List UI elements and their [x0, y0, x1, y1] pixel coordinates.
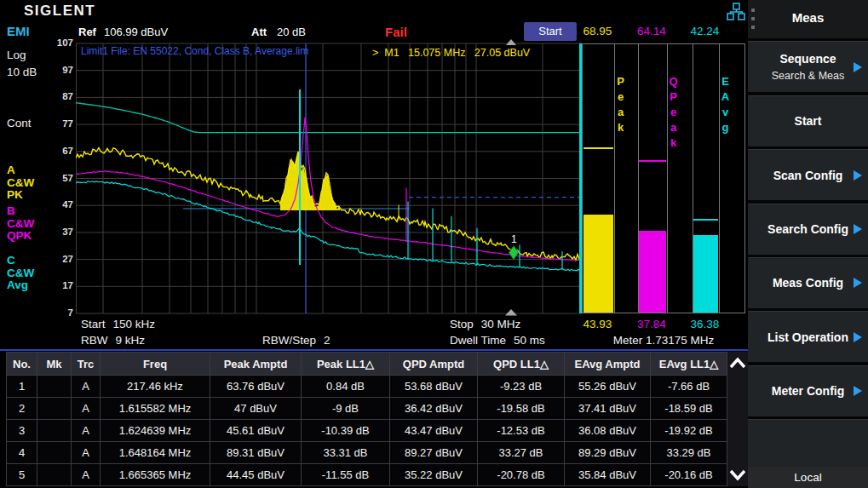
- trace-C-legend[interactable]: CC&WAvg: [7, 255, 34, 292]
- meter-frequency[interactable]: Meter 1.73175 MHz: [582, 334, 745, 347]
- table-cell: 36.08 dBuV: [565, 420, 651, 442]
- table-cell: 0.84 dB: [302, 376, 390, 398]
- table-cell: -7.66 dB: [651, 376, 727, 398]
- column-header[interactable]: Freq: [101, 353, 210, 376]
- att-value[interactable]: 20 dB: [277, 26, 306, 38]
- table-cell: -11.55 dB: [302, 464, 390, 486]
- table-cell: A: [72, 398, 101, 420]
- table-cell: 37.41 dBuV: [565, 398, 651, 420]
- menu-item-start[interactable]: Start: [748, 95, 868, 146]
- column-header[interactable]: Mk: [37, 353, 72, 376]
- meter-bar-peak: [583, 215, 613, 313]
- column-header[interactable]: Trc: [72, 353, 101, 376]
- table-cell: 53.68 dBuV: [390, 376, 478, 398]
- local-button[interactable]: Local: [748, 467, 868, 488]
- table-cell: 44.45 dBuV: [210, 464, 302, 486]
- table-cell: A: [72, 442, 101, 464]
- rbw[interactable]: RBW9 kHz: [81, 334, 145, 347]
- table-cell: 2: [7, 398, 37, 420]
- meter-max-qpeak: 64.14: [624, 25, 679, 37]
- y-tick: 67: [44, 146, 73, 156]
- dwell-time[interactable]: Dwell Time50 ms: [450, 334, 545, 347]
- table-cell: 89.31 dBuV: [210, 442, 302, 464]
- submenu-arrow-icon: [854, 224, 862, 234]
- column-header[interactable]: No.: [7, 353, 37, 376]
- scroll-down-button[interactable]: [728, 468, 747, 482]
- menu-item-empty[interactable]: [748, 419, 868, 470]
- ref-label: Ref: [78, 26, 96, 38]
- y-tick: 17: [44, 280, 73, 290]
- submenu-arrow-icon: [854, 62, 862, 72]
- meter-label-eavg: EAvg: [719, 75, 745, 136]
- table-cell: 1: [7, 376, 37, 398]
- softkey-menu: Meas Sequence Search & Meas Start Scan C…: [748, 0, 868, 488]
- stop-freq[interactable]: Stop30 MHz: [450, 318, 520, 330]
- column-header[interactable]: QPD Amptd: [390, 353, 478, 376]
- table-cell: A: [72, 420, 101, 442]
- ref-value[interactable]: 106.99 dBuV: [104, 26, 168, 38]
- svg-text:1: 1: [511, 233, 517, 245]
- lan-network-icon[interactable]: [727, 3, 745, 21]
- meter-hold-eavg: [693, 219, 718, 221]
- start-freq[interactable]: Start150 kHz: [81, 318, 155, 330]
- meter-max-peak: 68.95: [571, 25, 625, 37]
- table-cell: -9.23 dB: [478, 376, 565, 398]
- y-tick: 27: [44, 254, 73, 264]
- menu-item-sequence[interactable]: Sequence Search & Meas: [748, 41, 868, 92]
- table-cell: -19.92 dB: [651, 420, 727, 442]
- column-header[interactable]: EAvg Amptd: [565, 353, 651, 376]
- status-badge: Fail: [375, 25, 417, 39]
- table-cell: -12.53 dB: [478, 420, 565, 442]
- column-header[interactable]: EAvg LL1△: [651, 353, 727, 376]
- menu-item-list-operation[interactable]: List Operation: [748, 311, 868, 362]
- trace-B-legend[interactable]: BC&WQPK: [7, 205, 34, 243]
- table-cell: 35.84 dBuV: [565, 464, 651, 486]
- column-header[interactable]: QPD LL1△: [478, 353, 565, 376]
- table-cell: 55.26 dBuV: [565, 376, 651, 398]
- table-cell: 4: [7, 442, 37, 464]
- menu-item-meter-config[interactable]: Meter Config: [748, 365, 868, 416]
- scale-div-label[interactable]: 10 dB: [7, 66, 37, 78]
- table-cell: 33.29 dB: [651, 442, 727, 464]
- menu-item-scan-config[interactable]: Scan Config: [748, 149, 868, 200]
- meter-label-peak: Peak: [614, 75, 638, 136]
- meter-value-eavg: 36.38: [678, 318, 733, 330]
- menu-header[interactable]: Meas: [748, 0, 868, 38]
- table-cell: 1.648164 MHz: [101, 442, 210, 464]
- table-header-row: No.MkTrcFreqPeak AmptdPeak LL1△QPD Amptd…: [7, 353, 727, 376]
- meter-label-qpeak: QPeak: [667, 75, 693, 152]
- meter-hold-peak: [583, 147, 613, 149]
- column-header[interactable]: Peak LL1△: [302, 353, 390, 376]
- submenu-arrow-icon: [854, 278, 862, 288]
- table-cell: 33.31 dB: [302, 442, 390, 464]
- table-cell: -19.58 dB: [478, 398, 565, 420]
- sweep-mode-label[interactable]: Cont: [7, 117, 32, 129]
- y-tick: 87: [44, 91, 73, 101]
- amp-scale-label[interactable]: Log: [7, 49, 26, 61]
- spectrum-plot[interactable]: 1Limit1 File: EN 55022, Cond, Class B, A…: [76, 38, 581, 316]
- table-row[interactable]: 2A1.615582 MHz47 dBuV-9 dB36.42 dBuV-19.…: [7, 398, 727, 420]
- table-cell: -20.78 dB: [478, 464, 565, 486]
- table-cell: 89.29 dBuV: [565, 442, 651, 464]
- table-cell: [37, 420, 72, 442]
- table-row[interactable]: 3A1.624639 MHz45.61 dBuV-10.39 dB43.47 d…: [7, 420, 727, 442]
- table-cell: [37, 376, 72, 398]
- meter-panel: PeakQPeakEAvg: [582, 43, 745, 313]
- y-tick: 37: [44, 227, 73, 237]
- table-row[interactable]: 4A1.648164 MHz89.31 dBuV33.31 dB89.27 dB…: [7, 442, 727, 464]
- submenu-arrow-icon: [854, 386, 862, 396]
- emi-analyzer-screen: SIGLENT EMI Ref 106.99 dBuV Att 20 dB Fa…: [0, 0, 868, 488]
- meter-max-eavg: 42.24: [678, 25, 733, 37]
- menu-item-search-config[interactable]: Search Config: [748, 204, 868, 255]
- y-axis-ticks: 1079787776757473727177: [43, 38, 73, 316]
- menu-item-meas-config[interactable]: Meas Config: [748, 257, 868, 308]
- scroll-up-button[interactable]: [728, 356, 747, 370]
- rbw-step[interactable]: RBW/Step2: [262, 334, 331, 347]
- table-row[interactable]: 1A217.46 kHz63.76 dBuV0.84 dB53.68 dBuV-…: [7, 376, 727, 398]
- table-row[interactable]: 5A1.665365 MHz44.45 dBuV-11.55 dB35.22 d…: [7, 464, 727, 486]
- y-tick: 47: [44, 199, 73, 210]
- table-cell: [37, 398, 72, 420]
- table-cell: 1.624639 MHz: [101, 420, 210, 442]
- trace-A-legend[interactable]: AC&WPK: [7, 164, 34, 202]
- column-header[interactable]: Peak Amptd: [210, 353, 302, 376]
